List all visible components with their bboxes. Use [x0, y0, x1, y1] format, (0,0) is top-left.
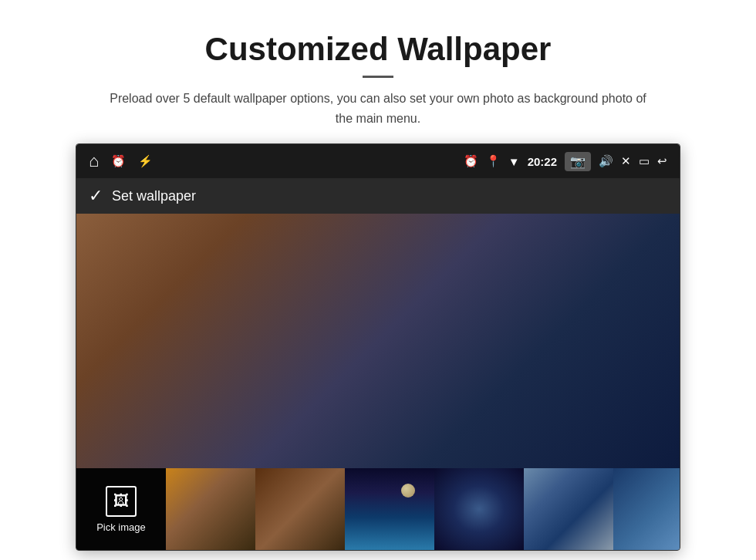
status-bar-left: ⌂ ⏰ ⚡ [89, 151, 153, 171]
clock-icon: ⏰ [111, 154, 126, 168]
window-icon: ▭ [639, 154, 650, 168]
action-bar: ✓ Set wallpaper [76, 178, 680, 214]
home-icon: ⌂ [89, 151, 99, 171]
usb-icon: ⚡ [138, 154, 153, 168]
wallpaper-thumb-6[interactable] [613, 468, 680, 550]
location-icon: 📍 [486, 154, 501, 168]
confirm-icon[interactable]: ✓ [89, 186, 103, 206]
time-display: 20:22 [528, 155, 557, 168]
camera-icon[interactable]: 📷 [565, 152, 591, 171]
volume-icon: 🔊 [599, 154, 613, 168]
wallpaper-thumb-5[interactable] [524, 468, 613, 550]
pick-image-button[interactable]: 🖼 Pick image [76, 468, 166, 550]
status-bar: ⌂ ⏰ ⚡ ⏰ 📍 ▼ 20:22 📷 🔊 ✕ ▭ ↩ [76, 144, 680, 178]
set-wallpaper-label: Set wallpaper [112, 188, 196, 204]
device-mockup: ⌂ ⏰ ⚡ ⏰ 📍 ▼ 20:22 📷 🔊 ✕ ▭ ↩ ✓ Set wallpa… [76, 143, 680, 551]
pick-image-label: Pick image [96, 521, 146, 533]
back-icon: ↩ [657, 154, 667, 168]
wifi-icon: ▼ [508, 155, 520, 168]
page-title: Customized Wallpaper [205, 31, 552, 68]
title-divider [363, 76, 393, 78]
wallpaper-thumb-3[interactable] [345, 468, 434, 550]
wallpaper-preview [76, 214, 680, 468]
page-subtitle: Preload over 5 default wallpaper options… [100, 89, 656, 128]
alarm-icon: ⏰ [464, 154, 478, 168]
wallpaper-thumb-4[interactable] [434, 468, 524, 550]
pick-image-icon: 🖼 [106, 486, 137, 517]
close-icon: ✕ [621, 154, 631, 168]
thumbnail-strip: 🖼 Pick image [76, 468, 680, 550]
status-bar-right: ⏰ 📍 ▼ 20:22 📷 🔊 ✕ ▭ ↩ [464, 152, 667, 171]
wallpaper-thumb-2[interactable] [255, 468, 345, 550]
wallpaper-thumb-1[interactable] [166, 468, 255, 550]
